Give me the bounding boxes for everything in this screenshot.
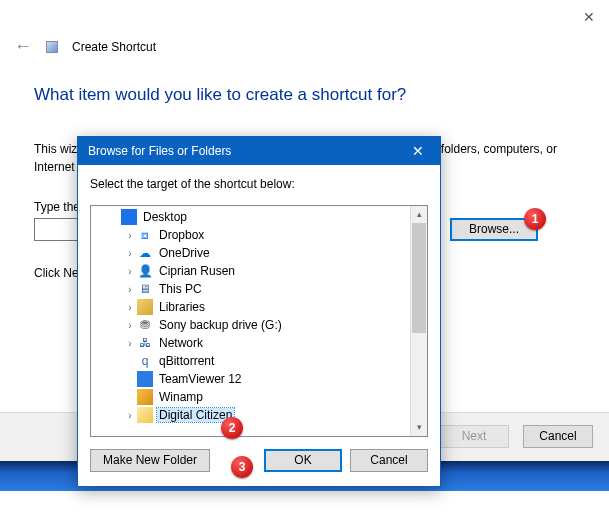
tree-item-label: Network — [157, 336, 205, 350]
tree-item[interactable]: ›🖧Network — [95, 334, 427, 352]
ok-button[interactable]: OK — [264, 449, 342, 472]
annotation-badge-2: 2 — [221, 417, 243, 439]
folder-icon — [137, 407, 153, 423]
annotation-badge-3: 3 — [231, 456, 253, 478]
pc-icon: 🖥 — [137, 281, 153, 297]
tree-item[interactable]: ›👤Ciprian Rusen — [95, 262, 427, 280]
dialog-cancel-button[interactable]: Cancel — [350, 449, 428, 472]
tree-item-label: Dropbox — [157, 228, 206, 242]
expander-icon[interactable]: › — [123, 266, 137, 277]
expander-icon[interactable]: › — [123, 410, 137, 421]
expander-icon[interactable]: › — [123, 302, 137, 313]
tree-item[interactable]: TeamViewer 12 — [95, 370, 427, 388]
tree-scrollbar[interactable]: ▴ ▾ — [410, 206, 427, 436]
wizard-cancel-button[interactable]: Cancel — [523, 425, 593, 448]
tree-item[interactable]: ›⧈Dropbox — [95, 226, 427, 244]
qt-icon: q — [137, 353, 153, 369]
tree-item-label: Winamp — [157, 390, 205, 404]
folder-tree: Desktop ›⧈Dropbox›☁OneDrive›👤Ciprian Rus… — [90, 205, 428, 437]
tree-item-label: TeamViewer 12 — [157, 372, 244, 386]
annotation-badge-1: 1 — [524, 208, 546, 230]
scroll-thumb[interactable] — [412, 223, 426, 333]
tree-root[interactable]: Desktop — [95, 208, 427, 226]
tree-item[interactable]: ›Digital Citizen — [95, 406, 427, 424]
next-button: Next — [439, 425, 509, 448]
lib-icon — [137, 299, 153, 315]
tree-item[interactable]: ›Libraries — [95, 298, 427, 316]
make-new-folder-button[interactable]: Make New Folder — [90, 449, 210, 472]
page-margin — [0, 491, 609, 519]
shortcut-wizard-icon — [46, 41, 58, 53]
expander-icon[interactable]: › — [123, 284, 137, 295]
expander-icon[interactable]: › — [123, 338, 137, 349]
window-close-area: ✕ — [583, 9, 595, 25]
tree-item[interactable]: ›⛃Sony backup drive (G:) — [95, 316, 427, 334]
dialog-title-text: Browse for Files or Folders — [88, 144, 231, 158]
tree-item-label: qBittorrent — [157, 354, 216, 368]
net-icon: 🖧 — [137, 335, 153, 351]
expander-icon[interactable]: › — [123, 248, 137, 259]
expander-icon[interactable]: › — [123, 320, 137, 331]
back-arrow-icon[interactable]: ← — [14, 36, 32, 57]
tree-item-label: Libraries — [157, 300, 207, 314]
desktop-icon — [121, 209, 137, 225]
drive-icon: ⛃ — [137, 317, 153, 333]
dialog-titlebar: Browse for Files or Folders ✕ — [78, 137, 440, 165]
close-icon[interactable]: ✕ — [583, 9, 595, 25]
wizard-title: Create Shortcut — [72, 40, 156, 54]
dialog-close-button[interactable]: ✕ — [400, 140, 436, 162]
tree-item[interactable]: qqBittorrent — [95, 352, 427, 370]
tree-item-label: Desktop — [141, 210, 189, 224]
expander-icon[interactable]: › — [123, 230, 137, 241]
onedrive-icon: ☁ — [137, 245, 153, 261]
tree-item-label: Ciprian Rusen — [157, 264, 237, 278]
wa-icon — [137, 389, 153, 405]
tree-item-label: This PC — [157, 282, 204, 296]
tree-item[interactable]: Winamp — [95, 388, 427, 406]
tree-item-label: Sony backup drive (G:) — [157, 318, 284, 332]
scroll-up-icon[interactable]: ▴ — [411, 206, 427, 223]
scroll-down-icon[interactable]: ▾ — [411, 419, 427, 436]
tree-item-label: OneDrive — [157, 246, 212, 260]
tree-item[interactable]: ›🖥This PC — [95, 280, 427, 298]
dialog-subtitle: Select the target of the shortcut below: — [90, 177, 428, 191]
wizard-question: What item would you like to create a sho… — [34, 85, 406, 105]
browse-dialog: Browse for Files or Folders ✕ Select the… — [77, 136, 441, 487]
tree-item[interactable]: ›☁OneDrive — [95, 244, 427, 262]
tv-icon — [137, 371, 153, 387]
user-icon: 👤 — [137, 263, 153, 279]
dropbox-icon: ⧈ — [137, 227, 153, 243]
